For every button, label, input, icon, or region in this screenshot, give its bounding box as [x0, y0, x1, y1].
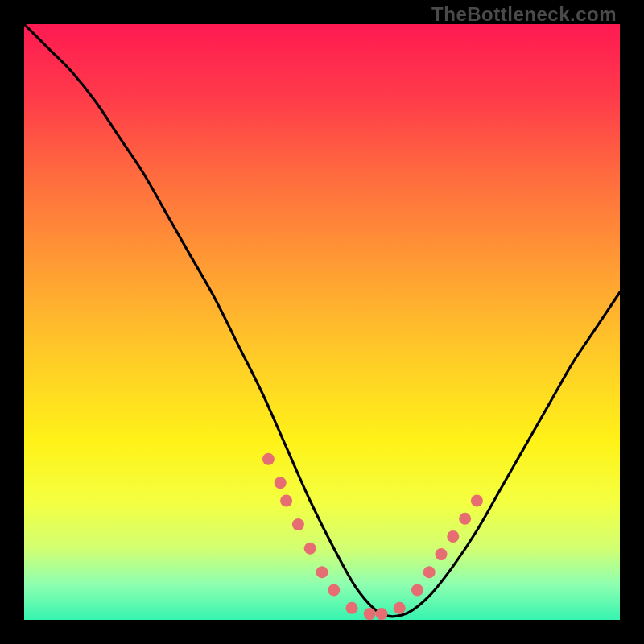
highlight-dot [376, 608, 388, 620]
highlight-dot [364, 608, 376, 620]
highlight-dot [459, 513, 471, 525]
highlight-dot [328, 584, 340, 597]
highlight-dot [394, 602, 406, 614]
highlight-dot [423, 566, 436, 578]
highlight-dot [447, 530, 459, 543]
highlight-dot [316, 566, 328, 578]
chart-frame: TheBottleneck.com [0, 0, 644, 644]
highlight-dot [346, 602, 358, 614]
curve-layer [24, 24, 620, 620]
highlight-dots [262, 453, 483, 620]
plot-area [24, 24, 620, 620]
highlight-dot [304, 543, 316, 555]
highlight-dot [411, 584, 423, 597]
highlight-dot [292, 518, 304, 530]
highlight-dot [280, 495, 292, 507]
highlight-dot [436, 548, 448, 560]
highlight-dot [262, 453, 275, 465]
bottleneck-curve [24, 24, 620, 617]
highlight-dot [275, 477, 287, 489]
highlight-dot [471, 495, 483, 507]
watermark-text: TheBottleneck.com [431, 3, 617, 26]
